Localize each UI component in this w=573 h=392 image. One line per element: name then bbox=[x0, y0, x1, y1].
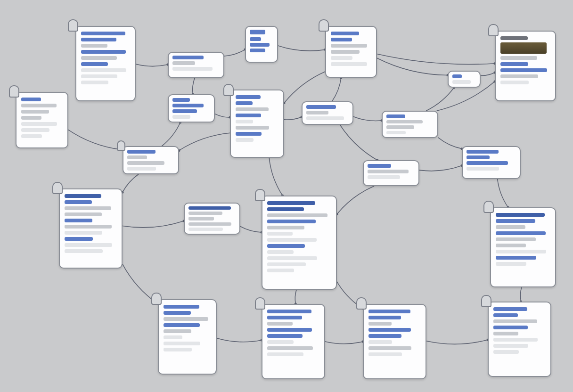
diagram-node[interactable] bbox=[158, 299, 217, 375]
diagram-node[interactable] bbox=[325, 26, 377, 78]
content-bar bbox=[368, 340, 392, 344]
diagram-node[interactable] bbox=[168, 94, 215, 122]
content-bar bbox=[267, 244, 305, 248]
connection-edge bbox=[498, 179, 508, 207]
content-bar bbox=[386, 120, 423, 124]
content-bar bbox=[496, 250, 546, 253]
content-bar bbox=[467, 150, 499, 154]
content-bar bbox=[267, 226, 304, 229]
connection-edge bbox=[426, 340, 488, 344]
diagram-node[interactable] bbox=[490, 207, 556, 287]
content-bar bbox=[386, 125, 414, 129]
content-bar bbox=[21, 122, 57, 126]
content-bar bbox=[81, 68, 126, 72]
content-bar bbox=[21, 104, 57, 107]
content-bar bbox=[267, 238, 317, 242]
content-bar bbox=[164, 317, 208, 321]
content-bar bbox=[65, 231, 102, 235]
content-bar bbox=[164, 335, 182, 339]
connection-edge bbox=[337, 186, 374, 214]
content-bar bbox=[493, 319, 537, 323]
content-bar bbox=[81, 32, 125, 35]
content-bar bbox=[236, 132, 262, 136]
content-bar bbox=[496, 256, 536, 260]
content-bar bbox=[65, 243, 112, 247]
content-bar bbox=[368, 322, 392, 326]
connection-edge bbox=[284, 117, 302, 120]
content-bar bbox=[81, 62, 108, 66]
content-bar bbox=[331, 44, 367, 48]
content-bar bbox=[368, 316, 401, 319]
diagram-node[interactable] bbox=[363, 160, 419, 186]
content-bar bbox=[368, 164, 391, 168]
diagram-node[interactable] bbox=[382, 111, 438, 138]
node-tag-icon bbox=[255, 297, 265, 310]
content-bar bbox=[236, 120, 253, 123]
content-bar bbox=[172, 61, 195, 65]
content-bar bbox=[65, 249, 103, 253]
content-bar bbox=[267, 207, 304, 211]
content-bar bbox=[236, 114, 261, 117]
diagram-node[interactable] bbox=[245, 26, 278, 63]
content-bar bbox=[306, 105, 336, 109]
content-bar bbox=[81, 81, 108, 84]
content-bar bbox=[172, 98, 190, 102]
content-bar bbox=[500, 74, 538, 78]
content-bar bbox=[21, 128, 49, 132]
diagram-node[interactable] bbox=[123, 146, 179, 174]
content-bar bbox=[21, 98, 41, 101]
content-bar bbox=[250, 43, 270, 47]
diagram-node[interactable] bbox=[230, 90, 284, 158]
content-bar bbox=[65, 237, 93, 241]
content-bar bbox=[81, 38, 116, 41]
diagram-node[interactable] bbox=[168, 52, 224, 78]
content-bar bbox=[493, 338, 538, 342]
content-bar bbox=[306, 116, 344, 120]
content-bar bbox=[250, 37, 261, 41]
content-bar bbox=[368, 170, 409, 173]
content-bar bbox=[500, 36, 528, 40]
content-bar bbox=[172, 109, 197, 113]
content-bar bbox=[368, 310, 410, 313]
content-bar bbox=[81, 56, 117, 60]
content-bar bbox=[65, 225, 112, 229]
diagram-node[interactable] bbox=[184, 203, 240, 235]
connection-edge bbox=[179, 133, 230, 150]
content-bar bbox=[267, 232, 293, 236]
diagram-node[interactable] bbox=[462, 146, 521, 179]
diagram-node[interactable] bbox=[262, 196, 337, 290]
connection-edge bbox=[438, 138, 462, 148]
connection-edge bbox=[353, 117, 382, 121]
diagram-node[interactable] bbox=[262, 304, 325, 379]
content-bar bbox=[172, 104, 204, 107]
connection-edge bbox=[193, 78, 195, 94]
diagram-node[interactable] bbox=[59, 188, 123, 269]
content-bar bbox=[21, 116, 41, 120]
content-bar bbox=[21, 134, 42, 138]
content-bar bbox=[188, 206, 231, 210]
content-bar bbox=[267, 269, 294, 272]
content-bar bbox=[267, 340, 294, 344]
content-bar bbox=[65, 200, 92, 204]
connection-edge bbox=[240, 227, 262, 232]
content-bar bbox=[500, 62, 528, 66]
content-bar bbox=[500, 81, 529, 84]
content-bar bbox=[127, 167, 156, 171]
diagram-node[interactable] bbox=[363, 304, 426, 379]
connection-edge bbox=[419, 166, 462, 171]
diagram-node[interactable] bbox=[16, 92, 68, 148]
content-bar bbox=[452, 80, 471, 84]
diagram-node[interactable] bbox=[75, 26, 136, 101]
content-bar bbox=[493, 350, 519, 354]
content-bar bbox=[368, 334, 401, 338]
diagram-node[interactable] bbox=[302, 101, 353, 125]
content-bar bbox=[267, 201, 315, 205]
diagram-node[interactable] bbox=[448, 71, 481, 88]
content-bar bbox=[500, 42, 547, 54]
diagram-node[interactable] bbox=[488, 302, 551, 377]
connection-edge bbox=[377, 58, 448, 75]
content-bar bbox=[331, 32, 359, 35]
node-tag-icon bbox=[68, 19, 78, 32]
diagram-node[interactable] bbox=[495, 31, 556, 101]
connection-edge bbox=[325, 342, 363, 344]
